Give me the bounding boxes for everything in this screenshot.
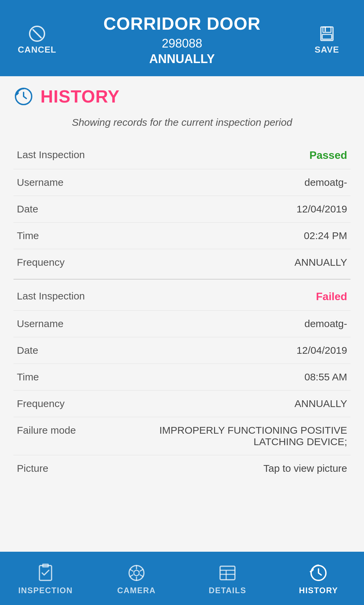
value-failure-mode: IMPROPERLY FUNCTIONING POSITIVE LATCHING… xyxy=(149,425,347,448)
label-last-inspection-2: Last Inspection xyxy=(17,290,85,302)
value-date-2: 12/04/2019 xyxy=(297,345,347,356)
nav-item-history[interactable]: HISTORY xyxy=(273,563,364,595)
value-frequency-2: ANNUALLY xyxy=(295,398,347,409)
svg-rect-4 xyxy=(325,27,326,32)
nav-item-camera[interactable]: CAMERA xyxy=(91,563,182,595)
header-center: CORRIDOR DOOR 298088 ANNUALLY xyxy=(103,13,261,66)
value-time-2: 08:55 AM xyxy=(304,371,347,383)
table-row: Date 12/04/2019 xyxy=(13,337,351,364)
history-section-icon xyxy=(13,86,34,107)
section-title: HISTORY xyxy=(40,86,120,107)
label-username-1: Username xyxy=(17,177,63,188)
table-row: Username demoatg- xyxy=(13,169,351,196)
history-nav-icon xyxy=(308,563,329,583)
nav-label-history: HISTORY xyxy=(299,586,338,595)
table-row: Last Inspection Failed xyxy=(13,283,351,311)
svg-rect-16 xyxy=(220,566,235,580)
label-frequency-1: Frequency xyxy=(17,257,65,268)
door-id: 298088 xyxy=(103,36,261,51)
door-frequency: ANNUALLY xyxy=(103,52,261,66)
table-row: Username demoatg- xyxy=(13,311,351,337)
label-date-2: Date xyxy=(17,345,38,356)
content-area: HISTORY Showing records for the current … xyxy=(0,76,364,552)
save-icon xyxy=(318,25,336,42)
svg-rect-3 xyxy=(323,27,331,32)
records-subtitle: Showing records for the current inspecti… xyxy=(13,117,351,128)
table-row: Time 02:24 PM xyxy=(13,223,351,249)
header: CANCEL CORRIDOR DOOR 298088 ANNUALLY SAV… xyxy=(0,0,364,76)
table-row: Frequency ANNUALLY xyxy=(13,249,351,276)
svg-rect-5 xyxy=(322,34,332,39)
nav-item-details[interactable]: DETAILS xyxy=(182,563,273,595)
nav-label-inspection: INSPECTION xyxy=(18,586,73,595)
value-username-2: demoatg- xyxy=(304,318,347,329)
bottom-navigation: INSPECTION CAMERA xyxy=(0,552,364,605)
table-row: Failure mode IMPROPERLY FUNCTIONING POSI… xyxy=(13,417,351,455)
table-row: Date 12/04/2019 xyxy=(13,196,351,223)
value-date-1: 12/04/2019 xyxy=(297,203,347,215)
svg-line-11 xyxy=(140,570,143,571)
door-title: CORRIDOR DOOR xyxy=(103,13,261,34)
svg-line-15 xyxy=(130,570,133,571)
label-time-2: Time xyxy=(17,371,39,383)
label-picture: Picture xyxy=(17,463,48,474)
svg-line-14 xyxy=(130,575,133,577)
record-group-2: Last Inspection Failed Username demoatg-… xyxy=(13,283,351,482)
cancel-icon xyxy=(28,25,46,42)
label-date-1: Date xyxy=(17,203,38,215)
section-header: HISTORY xyxy=(13,86,351,107)
nav-item-inspection[interactable]: INSPECTION xyxy=(0,563,91,595)
record-group-1: Last Inspection Passed Username demoatg-… xyxy=(13,142,351,276)
group-divider xyxy=(13,279,351,280)
cancel-label: CANCEL xyxy=(18,45,56,55)
label-failure-mode: Failure mode xyxy=(17,425,76,436)
value-time-1: 02:24 PM xyxy=(304,230,347,241)
svg-line-12 xyxy=(140,575,143,577)
save-label: SAVE xyxy=(315,45,339,55)
nav-label-details: DETAILS xyxy=(209,586,246,595)
nav-label-camera: CAMERA xyxy=(117,586,156,595)
value-frequency-1: ANNUALLY xyxy=(295,257,347,268)
camera-icon xyxy=(126,563,147,583)
table-row[interactable]: Picture Tap to view picture xyxy=(13,455,351,482)
value-last-inspection-1: Passed xyxy=(309,149,347,162)
table-row: Time 08:55 AM xyxy=(13,364,351,391)
details-icon xyxy=(217,563,238,583)
inspection-icon xyxy=(35,563,56,583)
table-row: Last Inspection Passed xyxy=(13,142,351,169)
save-button[interactable]: SAVE xyxy=(303,25,351,55)
label-time-1: Time xyxy=(17,230,39,241)
table-row: Frequency ANNUALLY xyxy=(13,391,351,417)
svg-line-1 xyxy=(33,30,41,38)
value-username-1: demoatg- xyxy=(304,177,347,188)
value-picture[interactable]: Tap to view picture xyxy=(264,463,347,474)
cancel-button[interactable]: CANCEL xyxy=(13,25,61,55)
label-username-2: Username xyxy=(17,318,63,329)
label-last-inspection-1: Last Inspection xyxy=(17,149,85,161)
svg-point-9 xyxy=(134,570,139,576)
value-last-inspection-2: Failed xyxy=(316,290,347,303)
label-frequency-2: Frequency xyxy=(17,398,65,409)
